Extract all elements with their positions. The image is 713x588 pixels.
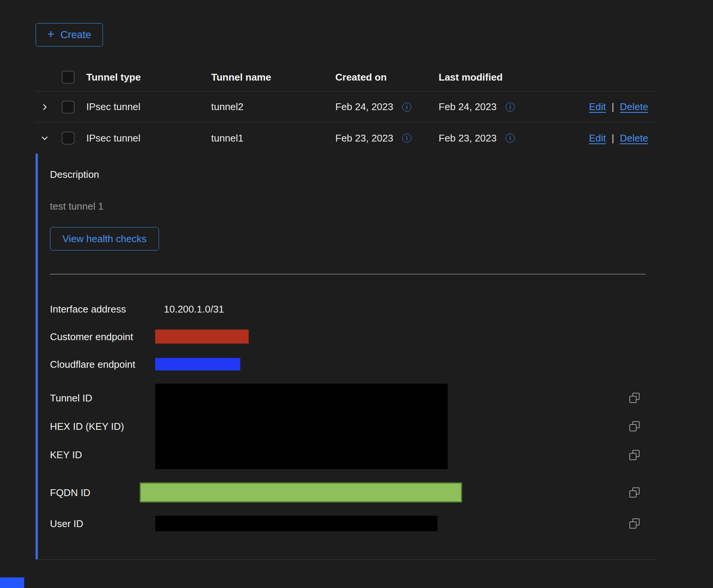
copy-icon[interactable] [629,487,640,498]
row-actions-cell: Edit | Delete [552,132,658,144]
table-row-tunnel2: IPsec tunnel tunnel2 Feb 24, 2023 Feb 24… [36,92,658,123]
bottom-left-blue-bar [0,577,24,588]
id-values-redacted-block [155,384,448,469]
id-fields-group: Tunnel ID HEX ID (KEY ID) KEY ID [50,384,658,469]
expanded-indicator-bar [36,154,38,559]
tunnel-id-label: Tunnel ID [50,384,155,412]
description-value: test tunnel 1 [50,200,658,212]
tunnels-table: Tunnel type Tunnel name Created on Last … [36,63,658,560]
page: + Create Tunnel type Tunnel name Created… [0,0,713,588]
edit-link[interactable]: Edit [589,101,606,113]
select-all-cell [62,71,86,84]
user-id-row: User ID [50,516,658,531]
action-separator: | [612,101,614,113]
main-content: + Create Tunnel type Tunnel name Created… [36,23,658,560]
interface-address-label: Interface address [50,303,155,315]
description-label: Description [50,168,658,180]
copy-icon[interactable] [629,518,640,529]
chevron-down-icon[interactable] [40,134,49,142]
header-created-on: Created on [335,72,439,83]
tunnel-detail-fields: Interface address 10.200.1.0/31 Customer… [50,274,658,531]
created-on-cell: Feb 24, 2023 [335,101,439,113]
cloudflare-endpoint-row: Cloudflare endpoint [50,350,658,378]
copy-icon[interactable] [629,393,640,403]
key-id-label: KEY ID [50,441,155,469]
edit-link[interactable]: Edit [589,132,606,144]
id-copy-column [629,384,640,469]
copy-icon[interactable] [629,421,640,431]
last-modified-cell: Feb 23, 2023 [439,132,552,144]
view-health-checks-button[interactable]: View health checks [50,227,159,250]
cloudflare-endpoint-label: Cloudflare endpoint [50,358,155,370]
hex-id-label: HEX ID (KEY ID) [50,412,155,440]
row-checkbox[interactable] [62,132,75,145]
tunnel-name-cell: tunnel1 [211,132,335,144]
create-button[interactable]: + Create [36,23,103,47]
table-header-row: Tunnel type Tunnel name Created on Last … [36,63,658,92]
info-icon[interactable] [402,134,411,143]
tunnel-name-cell: tunnel2 [211,101,335,113]
last-modified-value: Feb 23, 2023 [439,132,497,144]
customer-endpoint-label: Customer endpoint [50,331,155,343]
tunnel-type-cell: IPsec tunnel [86,132,211,144]
header-last-modified: Last modified [439,72,552,83]
row-checkbox[interactable] [62,101,75,114]
copy-icon[interactable] [629,450,640,460]
select-all-checkbox[interactable] [62,71,75,84]
customer-endpoint-row: Customer endpoint [50,323,658,350]
created-on-cell: Feb 23, 2023 [335,132,439,144]
delete-link[interactable]: Delete [620,132,648,144]
customer-endpoint-redacted-value [155,330,249,344]
last-modified-value: Feb 24, 2023 [439,101,497,113]
info-icon[interactable] [506,103,515,112]
info-icon[interactable] [506,134,515,143]
interface-address-value: 10.200.1.0/31 [155,303,224,315]
tunnel-details-panel: Description test tunnel 1 View health ch… [36,154,658,560]
delete-link[interactable]: Delete [620,101,648,113]
created-on-value: Feb 23, 2023 [335,132,393,144]
header-tunnel-name: Tunnel name [211,72,335,83]
user-id-redacted-value [155,516,437,531]
fqdn-id-redacted-value [140,482,462,502]
tunnel-type-cell: IPsec tunnel [86,101,211,113]
chevron-right-icon[interactable] [40,103,49,111]
table-row-tunnel1: IPsec tunnel tunnel1 Feb 23, 2023 Feb 23… [36,123,658,154]
user-id-label: User ID [50,518,155,530]
interface-address-row: Interface address 10.200.1.0/31 [50,296,658,323]
last-modified-cell: Feb 24, 2023 [439,101,552,113]
plus-icon: + [47,28,54,40]
action-separator: | [612,132,614,144]
info-icon[interactable] [402,103,411,112]
row-actions-cell: Edit | Delete [552,101,658,113]
cloudflare-endpoint-redacted-value [155,358,240,370]
fqdn-id-row: FQDN ID [50,482,658,502]
id-labels-column: Tunnel ID HEX ID (KEY ID) KEY ID [50,384,155,469]
create-button-label: Create [61,29,91,41]
created-on-value: Feb 24, 2023 [335,101,393,113]
header-tunnel-type: Tunnel type [86,72,211,83]
